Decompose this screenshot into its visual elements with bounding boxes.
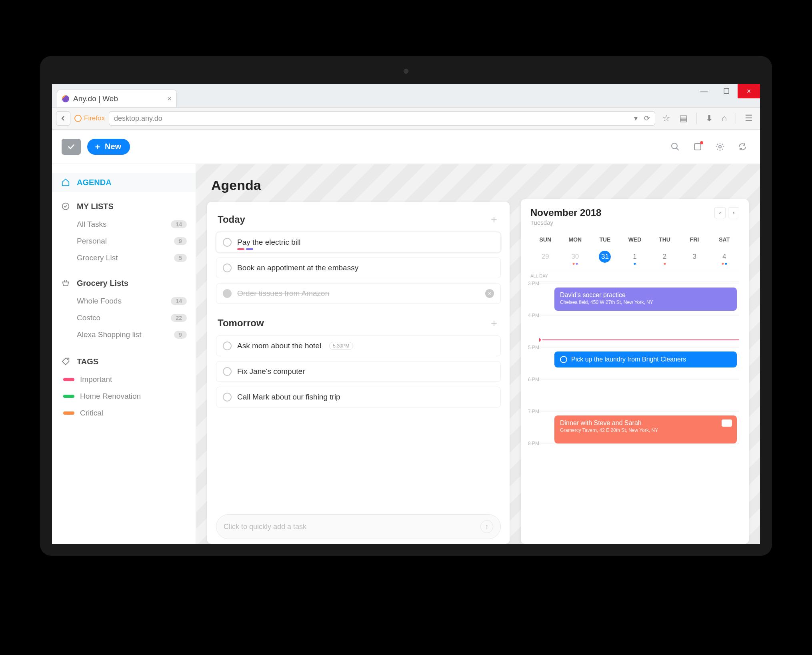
reader-icon[interactable]: ▤ [679, 113, 688, 124]
quick-add-submit-icon[interactable]: ↑ [480, 520, 493, 533]
task-title: Call Mark about our fishing trip [237, 393, 340, 401]
window-maximize-button[interactable]: ☐ [715, 84, 738, 98]
task-title: Ask mom about the hotel [237, 341, 321, 350]
task-checkbox[interactable] [223, 341, 232, 350]
task-title: Fix Jane's computer [237, 367, 305, 376]
sidebar-list-item[interactable]: Grocery List5 [52, 250, 196, 266]
calendar-month: November 2018 [530, 207, 601, 218]
all-day-label: ALL DAY [530, 270, 739, 282]
task-item[interactable]: Book an appotiment at the embassy [216, 258, 501, 278]
task-checkbox[interactable] [223, 238, 232, 247]
plus-icon: ＋ [94, 141, 102, 152]
calendar-next-button[interactable]: › [728, 207, 739, 218]
basket-icon [61, 278, 70, 288]
event-title: David's soccer practice [560, 292, 731, 299]
count-badge: 9 [174, 237, 187, 245]
task-item[interactable]: Pay the electric bill [216, 232, 501, 253]
browser-back-button[interactable] [56, 111, 70, 126]
tasks-panel: Today ＋ Pay the electric billBook an app… [207, 202, 510, 544]
home-icon[interactable]: ⌂ [722, 113, 727, 124]
hour-row: 6 PM [530, 379, 739, 411]
calendar-dow: WED [620, 236, 650, 243]
tab-close-icon[interactable]: × [167, 94, 172, 103]
reload-icon[interactable]: ⟳ [644, 114, 650, 123]
sidebar-grocery-lists-header[interactable]: Grocery Lists [52, 274, 196, 293]
quick-add-input[interactable]: Click to quickly add a task ↑ [216, 514, 501, 539]
add-tomorrow-task-button[interactable]: ＋ [489, 316, 499, 330]
search-icon[interactable] [667, 139, 683, 155]
event-subtitle: Chelsea field, 450 W 27th St, New York, … [560, 300, 731, 305]
firefox-label: Firefox [74, 114, 105, 122]
calendar-panel: November 2018 Tuesday ‹ › SUNMONTUEWEDTH… [521, 199, 749, 544]
menu-icon[interactable]: ☰ [745, 113, 753, 124]
separator [736, 113, 736, 124]
tag-color-chip-icon [63, 395, 74, 398]
task-item[interactable]: Fix Jane's computer [216, 361, 501, 382]
calendar-date-cell[interactable]: 3 [680, 250, 710, 266]
new-button[interactable]: ＋ New [87, 139, 130, 155]
count-badge: 14 [171, 297, 187, 305]
sidebar-tag-item[interactable]: Home Renovation [52, 388, 196, 405]
task-checkbox[interactable] [223, 289, 232, 298]
calendar-date-cell[interactable]: 30 [560, 250, 590, 266]
browser-chrome: Any.do | Web × — ☐ × Firefox des [52, 84, 760, 130]
calendar-dow: THU [650, 236, 680, 243]
app-logo-icon[interactable] [62, 139, 81, 155]
url-text: desktop.any.do [114, 114, 162, 123]
calendar-prev-button[interactable]: ‹ [714, 207, 726, 218]
calendar-dow: SUN [530, 236, 560, 243]
sidebar-tag-item[interactable]: Critical [52, 405, 196, 421]
settings-icon[interactable] [712, 139, 728, 155]
task-item[interactable]: Call Mark about our fishing trip [216, 387, 501, 407]
calendar-date-cell[interactable]: 29 [530, 250, 560, 266]
window-minimize-button[interactable]: — [693, 84, 715, 98]
tag-dot-icon [246, 248, 253, 250]
task-checkbox[interactable] [223, 393, 232, 401]
event-title: Pick up the laundry from Bright Cleaners [571, 356, 731, 363]
task-dismiss-icon[interactable]: × [485, 289, 494, 298]
notifications-icon[interactable] [690, 139, 706, 155]
calendar-date-cell[interactable]: 31 [590, 248, 620, 268]
calendar-date-cell[interactable]: 2 [650, 250, 680, 266]
window-close-button[interactable]: × [738, 84, 760, 98]
sidebar-list-item[interactable]: All Tasks14 [52, 216, 196, 233]
sidebar-agenda[interactable]: AGENDA [52, 173, 196, 192]
svg-point-0 [672, 143, 677, 149]
today-heading: Today [218, 214, 245, 225]
event-title: Dinner with Steve and Sarah [560, 419, 731, 427]
bookmark-icon[interactable]: ☆ [662, 113, 670, 124]
task-checkbox[interactable] [223, 264, 232, 272]
address-bar[interactable]: desktop.any.do ▾ ⟳ [109, 111, 655, 126]
count-badge: 14 [171, 220, 187, 228]
sidebar-tag-item[interactable]: Important [52, 371, 196, 388]
hour-label: 4 PM [528, 313, 539, 318]
hour-label: 6 PM [528, 377, 539, 382]
calendar-dow: MON [560, 236, 590, 243]
add-today-task-button[interactable]: ＋ [489, 212, 499, 226]
sidebar-list-item[interactable]: Alexa Shopping list9 [52, 326, 196, 343]
tablet-camera [404, 69, 408, 74]
calendar-date-cell[interactable]: 4 [709, 250, 739, 266]
hour-row: 8 PM [530, 443, 739, 475]
calendar-event[interactable]: Dinner with Steve and SarahGramercy Tave… [554, 415, 737, 443]
sidebar-tags-header[interactable]: TAGS [52, 352, 196, 371]
sync-icon[interactable] [734, 139, 750, 155]
calendar-date-cell[interactable]: 1 [620, 250, 650, 266]
app-toolbar: ＋ New [52, 130, 760, 164]
event-task-ring-icon [560, 356, 567, 363]
calendar-weekday: Tuesday [530, 219, 601, 226]
task-item[interactable]: Order tissues from Amazon× [216, 283, 501, 304]
task-item[interactable]: Ask mom about the hotel5:30PM [216, 335, 501, 356]
tag-color-chip-icon [63, 411, 74, 415]
sidebar-list-item[interactable]: Costco22 [52, 310, 196, 326]
sidebar-list-item[interactable]: Whole Foods14 [52, 293, 196, 310]
calendar-event[interactable]: Pick up the laundry from Bright Cleaners [554, 351, 737, 367]
browser-tab[interactable]: Any.do | Web × [57, 90, 177, 107]
task-checkbox[interactable] [223, 367, 232, 376]
sidebar-list-item[interactable]: Personal9 [52, 233, 196, 250]
download-icon[interactable]: ⬇ [706, 113, 713, 124]
calendar-event[interactable]: David's soccer practiceChelsea field, 45… [554, 288, 737, 311]
sidebar-my-lists-header[interactable]: MY LISTS [52, 197, 196, 216]
dropdown-icon[interactable]: ▾ [634, 114, 638, 123]
task-tags [237, 248, 253, 250]
